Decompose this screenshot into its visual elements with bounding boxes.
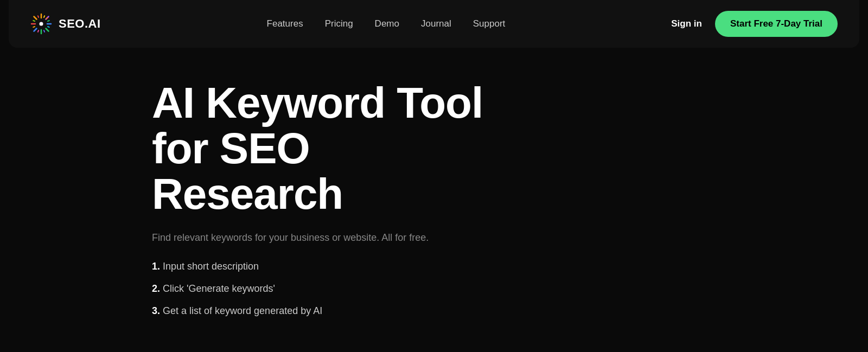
trial-button[interactable]: Start Free 7-Day Trial <box>715 11 838 37</box>
logo-icon <box>30 13 52 35</box>
svg-line-4 <box>34 17 37 20</box>
nav-demo[interactable]: Demo <box>375 18 399 29</box>
navbar-actions: Sign in Start Free 7-Day Trial <box>671 11 838 37</box>
nav-journal[interactable]: Journal <box>421 18 451 29</box>
nav-features[interactable]: Features <box>267 18 303 29</box>
svg-line-12 <box>44 30 44 32</box>
nav-support[interactable]: Support <box>473 18 506 29</box>
svg-line-15 <box>33 21 35 21</box>
sign-in-button[interactable]: Sign in <box>671 18 702 29</box>
navbar: SEO.AI Features Pricing Demo Journal Sup… <box>9 0 859 48</box>
svg-line-11 <box>48 27 49 27</box>
logo-text: SEO.AI <box>59 17 101 31</box>
svg-line-7 <box>34 29 37 31</box>
hero-step-2: 2. Click 'Generate keywords' <box>152 283 488 295</box>
svg-line-16 <box>38 16 39 17</box>
svg-line-5 <box>46 29 49 31</box>
svg-line-14 <box>33 27 35 27</box>
hero-section: AI Keyword Tool for SEO Research Find re… <box>0 48 488 338</box>
svg-line-10 <box>48 21 49 21</box>
nav-links: Features Pricing Demo Journal Support <box>267 18 506 29</box>
svg-line-8 <box>44 16 44 17</box>
svg-point-17 <box>40 22 43 26</box>
hero-step-3: 3. Get a list of keyword generated by AI <box>152 305 488 317</box>
hero-subtitle: Find relevant keywords for your business… <box>152 232 488 244</box>
nav-pricing[interactable]: Pricing <box>325 18 353 29</box>
hero-steps: 1. Input short description 2. Click 'Gen… <box>152 261 488 317</box>
logo-area: SEO.AI <box>30 13 101 35</box>
hero-step-1: 1. Input short description <box>152 261 488 272</box>
svg-line-13 <box>38 30 39 32</box>
hero-title: AI Keyword Tool for SEO Research <box>152 80 488 217</box>
